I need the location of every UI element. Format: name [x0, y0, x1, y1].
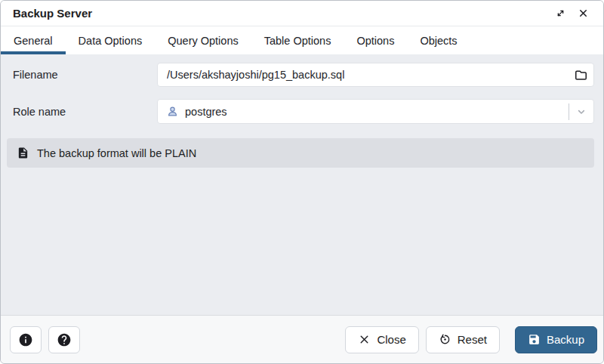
tab-general[interactable]: General	[1, 26, 66, 54]
close-button-label: Close	[377, 333, 405, 346]
close-button[interactable]: Close	[345, 326, 418, 353]
user-icon	[166, 105, 179, 118]
reset-button-label: Reset	[458, 333, 487, 346]
tab-objects[interactable]: Objects	[407, 26, 470, 54]
expand-icon[interactable]	[553, 7, 567, 20]
footer: Close Reset Backup	[1, 315, 603, 363]
info-button[interactable]	[10, 326, 42, 353]
format-message-bar: The backup format will be PLAIN	[7, 138, 594, 168]
backup-button[interactable]: Backup	[515, 326, 597, 353]
filename-field	[157, 63, 594, 87]
dialog-title: Backup Server	[13, 7, 92, 20]
backup-server-dialog: Backup Server General Data Options Query…	[0, 0, 604, 364]
tab-table-options[interactable]: Table Options	[251, 26, 344, 54]
tab-query-options[interactable]: Query Options	[155, 26, 251, 54]
reset-icon	[439, 333, 451, 346]
close-icon[interactable]	[576, 7, 590, 20]
role-selected-value: postgres	[185, 106, 569, 118]
browse-file-button[interactable]	[568, 63, 593, 86]
role-label: Role name	[13, 106, 157, 118]
document-icon	[17, 147, 29, 159]
info-icon	[18, 332, 33, 347]
dialog-body: Filename Role name	[1, 54, 603, 315]
save-floppy-icon	[528, 333, 541, 346]
titlebar: Backup Server	[1, 1, 603, 26]
filename-row: Filename	[13, 63, 594, 87]
tab-data-options[interactable]: Data Options	[66, 26, 156, 54]
help-button[interactable]	[48, 326, 80, 353]
folder-icon	[574, 68, 588, 82]
help-icon	[57, 332, 72, 347]
tabbar: General Data Options Query Options Table…	[1, 26, 603, 54]
chevron-down-icon[interactable]	[569, 100, 593, 123]
role-select[interactable]: postgres	[157, 99, 594, 124]
tab-options[interactable]: Options	[344, 26, 407, 54]
filename-input[interactable]	[158, 63, 568, 86]
format-message-text: The backup format will be PLAIN	[37, 147, 196, 159]
close-x-icon	[358, 333, 371, 346]
role-row: Role name postgres	[13, 99, 594, 124]
backup-button-label: Backup	[547, 333, 584, 346]
filename-label: Filename	[13, 69, 157, 81]
reset-button[interactable]: Reset	[426, 326, 500, 353]
